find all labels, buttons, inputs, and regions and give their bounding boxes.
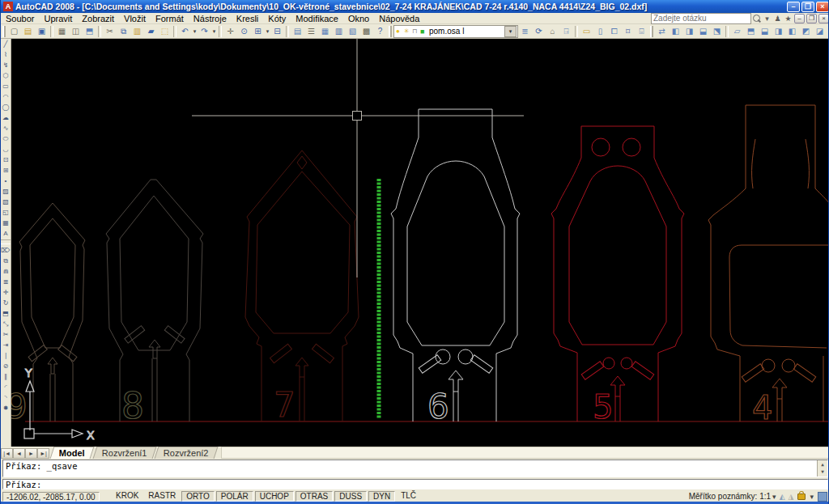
orbit-icon-3[interactable]: ⬓: [758, 25, 772, 38]
publish-icon[interactable]: ⬒: [83, 25, 96, 38]
tab-model[interactable]: Model: [50, 447, 95, 459]
open-icon[interactable]: ▤: [21, 25, 35, 38]
layer-previous-icon[interactable]: ⟳: [532, 25, 546, 38]
pan-icon[interactable]: ✛: [223, 25, 237, 38]
save-icon[interactable]: ▣: [35, 25, 49, 38]
toggle-duss[interactable]: DUSS: [334, 491, 367, 502]
menu-zobrazit[interactable]: Zobrazit: [77, 13, 119, 24]
extend-icon[interactable]: ∣: [1, 350, 11, 361]
annotation-autoscale-icon[interactable]: ◮: [789, 493, 794, 501]
annotation-visibility-icon[interactable]: ◭: [780, 493, 785, 501]
revcloud-icon[interactable]: ☁: [1, 112, 11, 123]
layer-on-icon[interactable]: ●: [396, 28, 402, 35]
designcenter-icon[interactable]: ▦: [318, 25, 332, 38]
search-caret-icon[interactable]: ▾: [762, 14, 772, 23]
layer-lock-icon[interactable]: ⊓: [412, 28, 419, 35]
close-button[interactable]: ×: [816, 2, 829, 12]
search-icon[interactable]: [753, 15, 760, 22]
drawing-canvas[interactable]: 9 8 7: [11, 39, 829, 447]
gradient-icon[interactable]: ▧: [1, 197, 11, 207]
zoom-caret-icon[interactable]: ▾: [265, 28, 270, 35]
quickcalc-icon[interactable]: ▩: [359, 25, 373, 38]
fillet-icon[interactable]: ◝: [1, 392, 11, 403]
toggle-dyn[interactable]: DYN: [368, 491, 395, 502]
toggle-uchop[interactable]: UCHOP: [255, 491, 294, 502]
construction-line-icon[interactable]: ⌇: [1, 49, 11, 60]
ellipse-arc-icon[interactable]: ◡: [1, 144, 11, 155]
layer-properties-icon[interactable]: ≣: [518, 25, 532, 38]
tab-first-button[interactable]: |◄: [1, 448, 13, 459]
properties-icon[interactable]: ☰: [304, 25, 318, 38]
region-icon[interactable]: ◱: [1, 207, 11, 218]
favorites-star-icon[interactable]: ★: [783, 14, 793, 23]
chamfer-icon[interactable]: ◜: [1, 382, 11, 392]
layer-color-swatch[interactable]: ■: [420, 28, 427, 35]
status-menu-caret-icon[interactable]: ▾: [810, 493, 814, 501]
help-icon[interactable]: ?: [373, 25, 387, 38]
layout-icon-2[interactable]: ▯: [593, 25, 607, 38]
doc-restore-button[interactable]: ❐: [806, 14, 817, 23]
menu-okno[interactable]: Okno: [343, 13, 374, 24]
orbit-icon-6[interactable]: ◩: [799, 25, 813, 38]
scroll-up-icon[interactable]: ▲: [821, 461, 824, 467]
scroll-down-icon[interactable]: ▼: [821, 468, 824, 474]
menu-kresli[interactable]: Kresli: [232, 13, 264, 24]
rib-7[interactable]: 7: [245, 150, 359, 425]
toggle-orto[interactable]: ORTO: [181, 491, 215, 502]
array-icon[interactable]: ✛: [1, 287, 11, 298]
tab-last-button[interactable]: ►|: [37, 448, 49, 459]
markup-set-manager-icon[interactable]: ▧: [346, 25, 359, 38]
scale-icon[interactable]: ⤡: [1, 319, 11, 329]
polyline-icon[interactable]: ↯: [1, 60, 11, 70]
make-block-icon[interactable]: ⊞: [1, 165, 11, 176]
layer-states-icon[interactable]: ⍈: [559, 25, 573, 38]
doc-close-button[interactable]: ×: [818, 14, 829, 23]
toolbar-grip[interactable]: [2, 26, 6, 37]
restore-button[interactable]: ❐: [801, 2, 814, 12]
tab-prev-button[interactable]: ◄: [13, 448, 25, 459]
spline-icon[interactable]: ∿: [1, 123, 11, 133]
menu-napoveda[interactable]: Nápověda: [374, 13, 424, 24]
command-history[interactable]: Příkaz: _qsave ▲ ▼: [2, 460, 828, 477]
insert-block-icon[interactable]: ⊡: [1, 155, 11, 165]
doc-minimize-button[interactable]: –: [794, 14, 805, 23]
break-icon[interactable]: ⊘: [1, 361, 11, 371]
rib-4[interactable]: 4: [708, 105, 829, 426]
rib-6[interactable]: 6: [391, 109, 520, 426]
toggle-krok[interactable]: KROK: [112, 491, 142, 502]
explode-icon[interactable]: ✸: [1, 403, 11, 413]
toggle-tlc[interactable]: TLČ: [397, 491, 420, 502]
stretch-icon[interactable]: ✂: [1, 329, 11, 340]
annotation-scale-value[interactable]: 1:1: [759, 492, 771, 501]
copy-object-icon[interactable]: ⧉: [1, 256, 11, 266]
command-input-line[interactable]: Příkaz:: [2, 479, 828, 489]
cut-icon[interactable]: ✂: [103, 25, 117, 38]
trim-icon[interactable]: ⇥: [1, 340, 11, 350]
tray-icon[interactable]: [818, 492, 827, 502]
visual-style-icon-1[interactable]: ◧: [669, 25, 682, 38]
layer-freeze-icon[interactable]: ✳: [404, 28, 410, 35]
tab-next-button[interactable]: ►: [25, 448, 37, 459]
layout-icon-4[interactable]: ⌑: [621, 25, 635, 38]
zoom-realtime-icon[interactable]: ⊙: [237, 25, 251, 38]
undo-caret-icon[interactable]: ▾: [192, 28, 198, 35]
menu-upravit[interactable]: Upravit: [39, 13, 77, 24]
polygon-icon[interactable]: ⬡: [1, 70, 11, 81]
command-scrollbar[interactable]: ▲ ▼: [817, 460, 827, 476]
minimize-button[interactable]: –: [787, 2, 800, 12]
annotation-scale-caret-icon[interactable]: ▾: [772, 493, 776, 501]
menu-vlozit[interactable]: Vložit: [119, 13, 151, 24]
orbit-icon-2[interactable]: ⬒: [744, 25, 758, 38]
tab-rozvrzeni1[interactable]: Rozvržení1: [92, 447, 156, 459]
menu-koty[interactable]: Kóty: [263, 13, 291, 24]
rib-5[interactable]: 5: [551, 126, 684, 426]
layout-icon-3[interactable]: ⧠: [607, 25, 621, 38]
table-icon[interactable]: ▦: [1, 218, 11, 228]
hatch-icon[interactable]: ▨: [1, 186, 11, 197]
move-icon[interactable]: ↻: [1, 298, 11, 308]
coordinates-readout[interactable]: -1206.02, -2085.17, 0.00: [2, 492, 100, 502]
rotate-icon[interactable]: ⬒: [1, 308, 11, 319]
orbit-icon-4[interactable]: ◨: [772, 25, 785, 38]
arc-icon[interactable]: ◠: [1, 91, 11, 102]
tool-palettes-icon[interactable]: ▥: [332, 25, 346, 38]
